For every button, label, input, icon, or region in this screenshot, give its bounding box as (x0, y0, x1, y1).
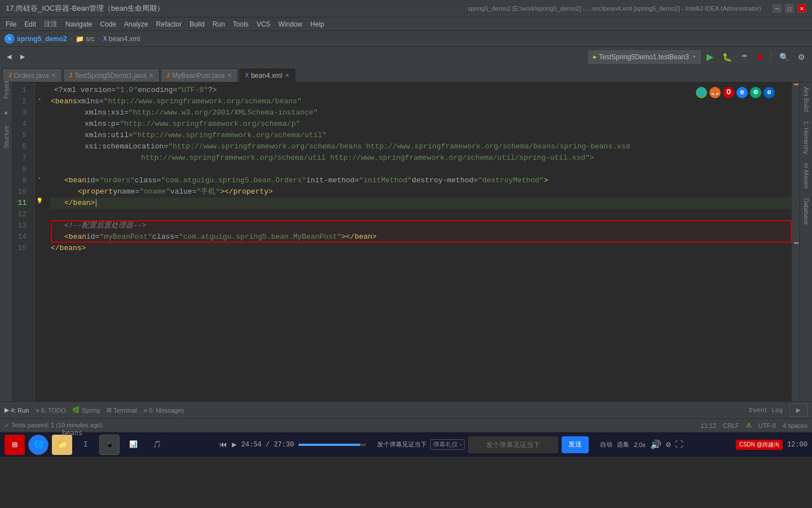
menu-window[interactable]: Window (275, 17, 306, 30)
minimize-button[interactable]: ─ (773, 4, 782, 13)
maximize-button[interactable]: □ (785, 4, 794, 13)
breadcrumb-bar: S spring5_demo2 › 📁 src › X bean4.xml (0, 30, 812, 46)
code-line-2: <beans xmlns="http://www.springframework… (51, 96, 792, 107)
fold-beans[interactable]: ▾ (35, 94, 44, 105)
code-line-5: xmlns:util="http://www.springframework.o… (51, 130, 792, 141)
messages-panel-btn[interactable]: ≡ 0: Messages (144, 407, 184, 414)
menu-file[interactable]: File (2, 17, 20, 30)
fold-bean-orders[interactable]: ▾ (35, 173, 44, 184)
editor-tabs: J Orders.java ✕ J TestSpring5Demo1.java … (0, 67, 812, 82)
close-button[interactable]: ✕ (797, 4, 806, 13)
status-bar: ✓ Tests passed: 1 (10 minutes ago) 11:12… (0, 418, 812, 432)
select-option[interactable]: 选集 (617, 440, 629, 449)
taskbar-app3[interactable]: 🎵 (147, 435, 167, 455)
taskbar-intellij[interactable]: I (76, 435, 96, 455)
code-line-12 (51, 209, 792, 220)
edge-icon[interactable]: ⊕ (750, 87, 761, 98)
todo-panel-btn[interactable]: ≡ 6: TODO (36, 407, 65, 414)
tab-testspring-java[interactable]: J TestSpring5Demo1.java ✕ (63, 68, 160, 82)
video-progress: ⏮ ▶ 24:54 / 27:30 (219, 440, 366, 449)
menu-analyze[interactable]: Analyze (121, 17, 152, 30)
expand-btn[interactable]: ▶ (789, 404, 807, 417)
sidebar-structure[interactable]: Structure (1, 132, 11, 142)
firefox-icon[interactable]: 🦊 (709, 87, 721, 98)
code-line-9: <bean id="orders" class="com.atguigu.spr… (51, 175, 792, 186)
breadcrumb-src[interactable]: 📁 src (76, 35, 95, 43)
menu-build[interactable]: Build (186, 17, 208, 30)
encoding-status[interactable]: UTF-8 (758, 422, 776, 429)
another-browser-icon[interactable]: e (764, 87, 775, 98)
zoom-option[interactable]: 2.0x (634, 441, 646, 448)
window-controls[interactable]: ─ □ ✕ (773, 4, 806, 13)
send-button[interactable]: 发送 (562, 436, 589, 453)
run-button[interactable]: ▶ (703, 50, 717, 63)
chrome-icon[interactable]: 🌐 (696, 87, 707, 98)
play-pause-btn[interactable]: ▶ (232, 440, 236, 449)
sidebar-favorites[interactable]: ★ (1, 108, 11, 119)
menu-run[interactable]: Run (209, 17, 228, 30)
terminal-panel-btn[interactable]: ⊞ Terminal (107, 406, 137, 414)
code-content[interactable]: <?xml version="1.0" encoding="UTF-8"?> <… (44, 82, 792, 401)
menu-navigate[interactable]: Navigate (62, 17, 95, 30)
cursor-position[interactable]: 11:12 (701, 422, 717, 429)
indent-status[interactable]: 4 spaces (783, 422, 807, 429)
line-numbers: 1 2 3 4 5 6 7 8 9 10 11 12 13 14 15 (12, 82, 35, 401)
barrage-etiquette[interactable]: 弹幕礼仪 › (430, 439, 465, 450)
menu-bar: File Edit 注注 Navigate Code Analyze Refac… (0, 17, 812, 30)
volume-icon[interactable]: 🔊 (650, 439, 661, 450)
video-progress-bar[interactable] (298, 444, 366, 446)
settings-icon[interactable]: ⚙ (666, 440, 670, 449)
taskbar-folder[interactable]: 📁 (52, 435, 72, 455)
gear-button[interactable]: ⚙ (795, 51, 809, 63)
taskbar: ⊞ 🌐 📁 I 📱 📊 🎵 ⏮ ▶ 24:54 / 27:30 发个弹幕见证当下… (0, 432, 812, 457)
menu-edit[interactable]: Edit (21, 17, 39, 30)
prev-btn[interactable]: ⏮ (219, 440, 227, 449)
ie-icon[interactable]: e (736, 87, 748, 98)
bottom-toolbar: ▶ 4: Run ≡ 6: TODO 🌿 Spring ⊞ Terminal ≡… (0, 401, 812, 418)
taskbar-app1[interactable]: 📱 (99, 435, 120, 455)
menu-comment[interactable]: 注注 (41, 17, 61, 30)
opera-icon[interactable]: O (723, 87, 734, 98)
stop-button[interactable]: ■ (754, 51, 766, 63)
spring-panel-btn[interactable]: 🌿 Spring (72, 406, 100, 414)
coverage-button[interactable]: ☂ (738, 51, 752, 63)
taskbar-browser[interactable]: 🌐 (28, 435, 48, 455)
run-config[interactable]: ▶ TestSpring5Demo1.testBean3 ▾ (588, 50, 701, 64)
window-subtitle: spring5_demo2 [E:\work\spring5_demo2] - … (468, 5, 761, 12)
code-line-4: xmlns:p="http://www.springframework.org/… (51, 119, 792, 130)
event-log-btn[interactable]: Event Log (749, 407, 783, 414)
database-panel[interactable]: Database (800, 194, 812, 229)
hierarchy-panel[interactable]: 1: Hierarchy (800, 116, 812, 159)
debug-button[interactable]: 🐛 (719, 51, 735, 63)
breadcrumb-file[interactable]: X bean4.xml (103, 35, 140, 43)
maven-panel[interactable]: m Maven (800, 159, 812, 193)
auto-option[interactable]: 自动 (600, 440, 612, 449)
taskbar-app2[interactable]: 📊 (123, 435, 143, 455)
menu-tools[interactable]: Tools (230, 17, 252, 30)
window-title: 17.尚硅谷_IOC容器-Bean管理（bean生命周期） (6, 3, 468, 14)
toolbar-forward[interactable]: ▶ (17, 52, 28, 62)
start-button[interactable]: ⊞ (5, 435, 25, 455)
run-panel-btn[interactable]: ▶ 4: Run (5, 406, 29, 414)
tab-bean4-xml[interactable]: X bean4.xml ✕ (239, 68, 295, 82)
editor-area[interactable]: 1 2 3 4 5 6 7 8 9 10 11 12 13 14 15 ▾ (12, 82, 800, 401)
menu-refactor[interactable]: Refactor (153, 17, 185, 30)
code-line-6: xsi:schemaLocation="http://www.springfra… (51, 141, 792, 152)
barrage-input[interactable] (468, 436, 558, 453)
code-line-14: <bean id="myBeanPost" class="com.atguigu… (51, 231, 792, 243)
ant-build-panel[interactable]: Ant Build (800, 82, 812, 116)
tab-mybeanpost-java[interactable]: J MyBeanPost.java ✕ (161, 68, 238, 82)
taskbar-center: ⏮ ▶ 24:54 / 27:30 发个弹幕见证当下 弹幕礼仪 › 发送 自动 … (170, 436, 732, 453)
toolbar-back[interactable]: ◀ (3, 52, 15, 62)
csdn-badge: CSDN @跨越沟 (736, 440, 783, 450)
breadcrumb-project[interactable]: spring5_demo2 (17, 35, 67, 43)
sidebar-project[interactable]: Project (1, 85, 11, 95)
search-button[interactable]: 🔍 (776, 51, 792, 63)
menu-vcs[interactable]: VCS (253, 17, 274, 30)
menu-code[interactable]: Code (96, 17, 120, 30)
tab-orders-java[interactable]: J Orders.java ✕ (2, 68, 62, 82)
line-ending[interactable]: CRLF (723, 422, 739, 429)
scrollbar[interactable] (792, 82, 800, 401)
menu-help[interactable]: Help (307, 17, 328, 30)
fullscreen-icon[interactable]: ⛶ (675, 440, 683, 449)
